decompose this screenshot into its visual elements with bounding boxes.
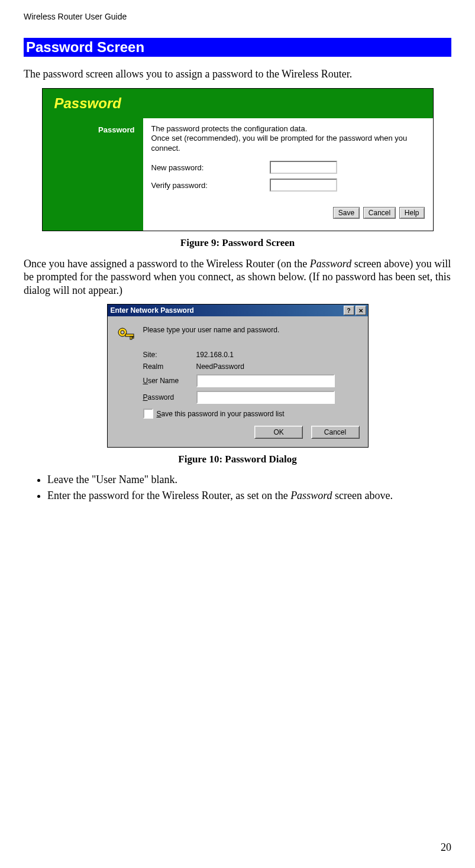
bullet-2: Enter the password for the Wireless Rout… bbox=[47, 490, 451, 502]
bullet-1: Leave the "User Name" blank. bbox=[47, 474, 451, 486]
password-input[interactable] bbox=[196, 391, 335, 404]
figure-password-dialog: Enter Network Password ? ✕ Please type y… bbox=[107, 304, 369, 448]
username-label: User Name bbox=[143, 377, 196, 385]
bullet-2-italic: Password bbox=[290, 490, 332, 501]
dialog-title: Enter Network Password bbox=[109, 306, 342, 315]
bullet-list: Leave the "User Name" blank. Enter the p… bbox=[24, 474, 451, 502]
svg-point-1 bbox=[121, 331, 124, 334]
password-label: Password bbox=[143, 393, 196, 401]
page: Wireless Router User Guide Password Scre… bbox=[0, 0, 475, 868]
document-header: Wireless Router User Guide bbox=[24, 12, 451, 21]
page-number: 20 bbox=[441, 841, 451, 854]
mid-paragraph: Once you have assigned a password to the… bbox=[24, 257, 451, 297]
router-screen-content: The password protects the configuration … bbox=[143, 118, 433, 231]
username-row: User Name bbox=[143, 374, 360, 387]
save-password-label: Save this password in your password list bbox=[157, 410, 285, 418]
figure10-caption: Figure 10: Password Dialog bbox=[24, 454, 451, 465]
mid-para-italic: Password bbox=[310, 258, 351, 270]
svg-rect-4 bbox=[133, 336, 134, 338]
dialog-button-row: OK Cancel bbox=[116, 426, 360, 439]
bullet-2-post: screen above. bbox=[332, 490, 392, 501]
dialog-cancel-button[interactable]: Cancel bbox=[311, 426, 360, 439]
titlebar-help-icon[interactable]: ? bbox=[344, 306, 354, 315]
password-row: Password bbox=[143, 391, 360, 404]
dialog-fields: Site: 192.168.0.1 Realm NeedPassword Use… bbox=[143, 351, 360, 419]
router-screen-title: Password bbox=[54, 95, 121, 112]
save-button[interactable]: Save bbox=[333, 207, 360, 219]
help-button[interactable]: Help bbox=[399, 207, 425, 219]
section-title-banner: Password Screen bbox=[24, 38, 451, 57]
dialog-prompt-text: Please type your user name and password. bbox=[143, 326, 280, 334]
new-password-input[interactable] bbox=[270, 161, 337, 174]
new-password-label: New password: bbox=[151, 163, 270, 172]
intro-paragraph: The password screen allows you to assign… bbox=[24, 67, 451, 81]
ok-button[interactable]: OK bbox=[254, 426, 303, 439]
key-icon bbox=[116, 326, 135, 345]
dialog-body: Please type your user name and password.… bbox=[108, 316, 368, 447]
cancel-button[interactable]: Cancel bbox=[363, 207, 396, 219]
save-password-row: Save this password in your password list bbox=[143, 409, 360, 419]
password-description: The password protects the configuration … bbox=[151, 124, 425, 154]
verify-password-row: Verify password: bbox=[151, 179, 425, 192]
username-input[interactable] bbox=[196, 374, 335, 387]
titlebar-close-icon[interactable]: ✕ bbox=[356, 306, 366, 315]
site-label: Site: bbox=[143, 351, 196, 359]
verify-password-label: Verify password: bbox=[151, 181, 270, 190]
figure-password-screen: Password Password The password protects … bbox=[42, 88, 434, 231]
dialog-prompt-row: Please type your user name and password. bbox=[116, 326, 360, 345]
router-screen-sidebar: Password bbox=[43, 118, 143, 231]
sidebar-label-password: Password bbox=[98, 125, 134, 134]
site-row: Site: 192.168.0.1 bbox=[143, 351, 360, 359]
realm-label: Realm bbox=[143, 362, 196, 371]
svg-rect-3 bbox=[130, 336, 132, 339]
router-screen-body: Password The password protects the confi… bbox=[43, 118, 433, 231]
svg-rect-2 bbox=[125, 334, 134, 336]
bullet-2-pre: Enter the password for the Wireless Rout… bbox=[47, 490, 290, 501]
site-value: 192.168.0.1 bbox=[196, 351, 234, 359]
verify-password-input[interactable] bbox=[270, 179, 337, 192]
save-password-checkbox[interactable] bbox=[143, 409, 153, 419]
new-password-row: New password: bbox=[151, 161, 425, 174]
router-button-row: Save Cancel Help bbox=[151, 196, 425, 219]
realm-row: Realm NeedPassword bbox=[143, 362, 360, 371]
router-screen-header: Password bbox=[43, 89, 433, 118]
realm-value: NeedPassword bbox=[196, 362, 244, 371]
figure9-caption: Figure 9: Password Screen bbox=[24, 237, 451, 249]
mid-para-pre: Once you have assigned a password to the… bbox=[24, 258, 310, 270]
dialog-titlebar: Enter Network Password ? ✕ bbox=[108, 305, 368, 316]
